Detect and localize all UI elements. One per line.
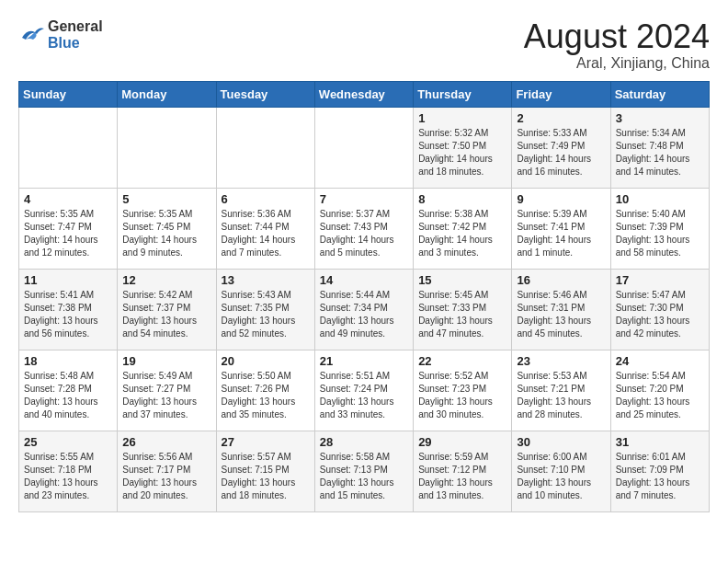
weekday-header-sunday: Sunday xyxy=(19,81,118,107)
calendar-cell: 10Sunrise: 5:40 AM Sunset: 7:39 PM Dayli… xyxy=(610,188,709,269)
day-content: Sunrise: 5:51 AM Sunset: 7:24 PM Dayligh… xyxy=(320,370,408,421)
calendar-cell: 23Sunrise: 5:53 AM Sunset: 7:21 PM Dayli… xyxy=(512,350,610,431)
day-content: Sunrise: 5:43 AM Sunset: 7:35 PM Dayligh… xyxy=(222,289,310,340)
calendar-cell: 2Sunrise: 5:33 AM Sunset: 7:49 PM Daylig… xyxy=(512,107,610,188)
day-content: Sunrise: 5:58 AM Sunset: 7:13 PM Dayligh… xyxy=(320,451,408,502)
day-content: Sunrise: 5:35 AM Sunset: 7:45 PM Dayligh… xyxy=(122,208,210,259)
day-content: Sunrise: 5:45 AM Sunset: 7:33 PM Dayligh… xyxy=(418,289,506,340)
calendar-week-row: 25Sunrise: 5:55 AM Sunset: 7:18 PM Dayli… xyxy=(19,431,710,511)
calendar-week-row: 4Sunrise: 5:35 AM Sunset: 7:47 PM Daylig… xyxy=(19,188,710,269)
day-number: 1 xyxy=(418,111,506,125)
day-content: Sunrise: 5:36 AM Sunset: 7:44 PM Dayligh… xyxy=(222,208,310,259)
weekday-header-saturday: Saturday xyxy=(610,81,709,107)
day-number: 21 xyxy=(320,354,408,368)
weekday-header-tuesday: Tuesday xyxy=(216,81,314,107)
day-number: 17 xyxy=(616,273,704,287)
day-content: Sunrise: 5:34 AM Sunset: 7:48 PM Dayligh… xyxy=(616,127,704,178)
calendar-cell: 7Sunrise: 5:37 AM Sunset: 7:43 PM Daylig… xyxy=(314,188,413,269)
day-number: 28 xyxy=(320,435,408,449)
calendar-cell: 12Sunrise: 5:42 AM Sunset: 7:37 PM Dayli… xyxy=(118,269,216,350)
day-content: Sunrise: 5:47 AM Sunset: 7:30 PM Dayligh… xyxy=(616,289,704,340)
day-number: 25 xyxy=(24,435,112,449)
day-content: Sunrise: 6:01 AM Sunset: 7:09 PM Dayligh… xyxy=(616,451,704,502)
calendar-cell: 19Sunrise: 5:49 AM Sunset: 7:27 PM Dayli… xyxy=(118,350,216,431)
calendar-week-row: 11Sunrise: 5:41 AM Sunset: 7:38 PM Dayli… xyxy=(19,269,710,350)
day-content: Sunrise: 5:38 AM Sunset: 7:42 PM Dayligh… xyxy=(418,208,506,259)
day-content: Sunrise: 5:50 AM Sunset: 7:26 PM Dayligh… xyxy=(222,370,310,421)
calendar-cell xyxy=(118,107,216,188)
calendar-cell: 20Sunrise: 5:50 AM Sunset: 7:26 PM Dayli… xyxy=(216,350,314,431)
calendar-cell: 14Sunrise: 5:44 AM Sunset: 7:34 PM Dayli… xyxy=(314,269,413,350)
day-number: 31 xyxy=(616,435,704,449)
calendar-week-row: 1Sunrise: 5:32 AM Sunset: 7:50 PM Daylig… xyxy=(19,107,710,188)
day-content: Sunrise: 5:54 AM Sunset: 7:20 PM Dayligh… xyxy=(616,370,704,421)
calendar-cell: 5Sunrise: 5:35 AM Sunset: 7:45 PM Daylig… xyxy=(118,188,216,269)
day-number: 3 xyxy=(616,111,704,125)
calendar-table: SundayMondayTuesdayWednesdayThursdayFrid… xyxy=(18,81,710,512)
logo: General Blue xyxy=(18,18,103,52)
month-year-title: August 2024 xyxy=(524,18,710,55)
calendar-cell: 13Sunrise: 5:43 AM Sunset: 7:35 PM Dayli… xyxy=(216,269,314,350)
calendar-cell xyxy=(314,107,413,188)
day-number: 5 xyxy=(122,192,210,206)
day-content: Sunrise: 5:39 AM Sunset: 7:41 PM Dayligh… xyxy=(517,208,605,259)
calendar-cell: 27Sunrise: 5:57 AM Sunset: 7:15 PM Dayli… xyxy=(216,431,314,511)
day-content: Sunrise: 5:35 AM Sunset: 7:47 PM Dayligh… xyxy=(24,208,112,259)
calendar-cell xyxy=(216,107,314,188)
calendar-cell xyxy=(19,107,118,188)
day-content: Sunrise: 5:59 AM Sunset: 7:12 PM Dayligh… xyxy=(418,451,506,502)
day-number: 15 xyxy=(418,273,506,287)
day-content: Sunrise: 5:46 AM Sunset: 7:31 PM Dayligh… xyxy=(517,289,605,340)
day-content: Sunrise: 6:00 AM Sunset: 7:10 PM Dayligh… xyxy=(517,451,605,502)
day-number: 20 xyxy=(222,354,310,368)
page-header: General Blue August 2024 Aral, Xinjiang,… xyxy=(18,18,710,72)
calendar-cell: 29Sunrise: 5:59 AM Sunset: 7:12 PM Dayli… xyxy=(414,431,512,511)
logo-bird-icon xyxy=(18,25,44,45)
day-number: 27 xyxy=(222,435,310,449)
day-number: 2 xyxy=(517,111,605,125)
calendar-cell: 8Sunrise: 5:38 AM Sunset: 7:42 PM Daylig… xyxy=(414,188,512,269)
day-number: 26 xyxy=(122,435,210,449)
day-number: 18 xyxy=(24,354,112,368)
day-number: 22 xyxy=(418,354,506,368)
calendar-cell: 31Sunrise: 6:01 AM Sunset: 7:09 PM Dayli… xyxy=(610,431,709,511)
calendar-cell: 4Sunrise: 5:35 AM Sunset: 7:47 PM Daylig… xyxy=(19,188,118,269)
calendar-cell: 18Sunrise: 5:48 AM Sunset: 7:28 PM Dayli… xyxy=(19,350,118,431)
day-number: 6 xyxy=(222,192,310,206)
day-content: Sunrise: 5:40 AM Sunset: 7:39 PM Dayligh… xyxy=(616,208,704,259)
calendar-cell: 6Sunrise: 5:36 AM Sunset: 7:44 PM Daylig… xyxy=(216,188,314,269)
weekday-header-thursday: Thursday xyxy=(414,81,512,107)
day-content: Sunrise: 5:41 AM Sunset: 7:38 PM Dayligh… xyxy=(24,289,112,340)
calendar-header: SundayMondayTuesdayWednesdayThursdayFrid… xyxy=(19,81,710,107)
day-number: 12 xyxy=(122,273,210,287)
day-number: 11 xyxy=(24,273,112,287)
calendar-cell: 9Sunrise: 5:39 AM Sunset: 7:41 PM Daylig… xyxy=(512,188,610,269)
day-number: 14 xyxy=(320,273,408,287)
day-number: 24 xyxy=(616,354,704,368)
calendar-cell: 26Sunrise: 5:56 AM Sunset: 7:17 PM Dayli… xyxy=(118,431,216,511)
day-number: 7 xyxy=(320,192,408,206)
day-content: Sunrise: 5:42 AM Sunset: 7:37 PM Dayligh… xyxy=(122,289,210,340)
calendar-cell: 28Sunrise: 5:58 AM Sunset: 7:13 PM Dayli… xyxy=(314,431,413,511)
day-content: Sunrise: 5:52 AM Sunset: 7:23 PM Dayligh… xyxy=(418,370,506,421)
calendar-body: 1Sunrise: 5:32 AM Sunset: 7:50 PM Daylig… xyxy=(19,107,710,511)
calendar-cell: 15Sunrise: 5:45 AM Sunset: 7:33 PM Dayli… xyxy=(414,269,512,350)
calendar-cell: 16Sunrise: 5:46 AM Sunset: 7:31 PM Dayli… xyxy=(512,269,610,350)
calendar-cell: 25Sunrise: 5:55 AM Sunset: 7:18 PM Dayli… xyxy=(19,431,118,511)
day-number: 9 xyxy=(517,192,605,206)
day-number: 13 xyxy=(222,273,310,287)
logo-text: General Blue xyxy=(48,18,103,52)
day-number: 4 xyxy=(24,192,112,206)
day-content: Sunrise: 5:32 AM Sunset: 7:50 PM Dayligh… xyxy=(418,127,506,178)
day-number: 8 xyxy=(418,192,506,206)
weekday-header-row: SundayMondayTuesdayWednesdayThursdayFrid… xyxy=(19,81,710,107)
calendar-cell: 1Sunrise: 5:32 AM Sunset: 7:50 PM Daylig… xyxy=(414,107,512,188)
location-subtitle: Aral, Xinjiang, China xyxy=(524,55,710,72)
day-number: 19 xyxy=(122,354,210,368)
day-content: Sunrise: 5:49 AM Sunset: 7:27 PM Dayligh… xyxy=(122,370,210,421)
day-content: Sunrise: 5:33 AM Sunset: 7:49 PM Dayligh… xyxy=(517,127,605,178)
day-number: 29 xyxy=(418,435,506,449)
weekday-header-monday: Monday xyxy=(118,81,216,107)
day-number: 16 xyxy=(517,273,605,287)
title-block: August 2024 Aral, Xinjiang, China xyxy=(524,18,710,72)
